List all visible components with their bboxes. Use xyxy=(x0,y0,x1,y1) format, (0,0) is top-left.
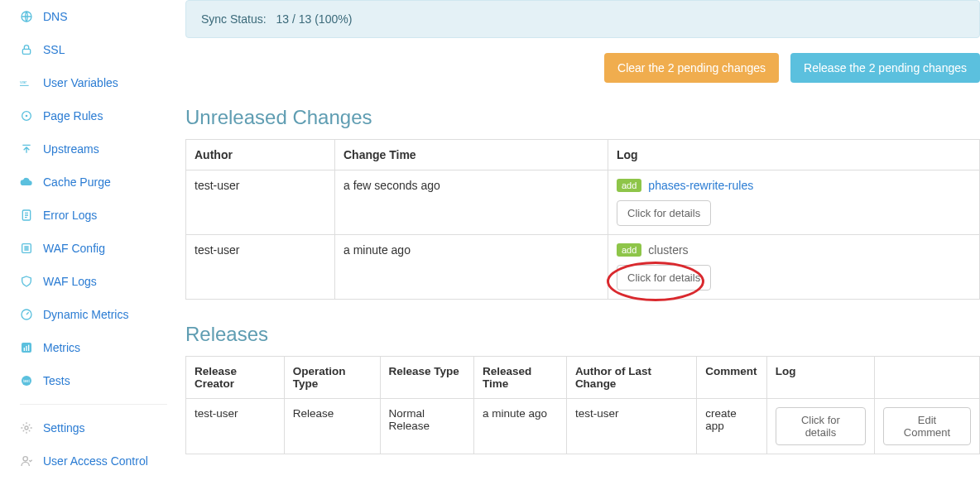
cell-comment: create app xyxy=(697,399,767,454)
cell-log: add phases-rewrite-rules Click for detai… xyxy=(608,170,980,235)
cell-author: test-user xyxy=(186,235,335,300)
chart-icon xyxy=(20,341,33,354)
col-release-creator: Release Creator xyxy=(186,357,285,399)
sidebar-item-label: User Variables xyxy=(43,76,118,89)
sync-status-bar: Sync Status: 13 / 13 (100%) xyxy=(185,0,980,38)
add-tag: add xyxy=(617,179,641,192)
cell-lastauth: test-user xyxy=(566,399,696,454)
releases-heading: Releases xyxy=(185,323,980,346)
cell-actions: Edit Comment xyxy=(875,399,980,454)
sidebar-item-label: WAF Logs xyxy=(43,275,97,288)
doc-icon xyxy=(20,209,33,222)
col-last-author: Author of Last Change xyxy=(566,357,696,399)
sidebar-item-label: SSL xyxy=(43,43,65,56)
sidebar-item-page-rules[interactable]: Page Rules xyxy=(20,99,167,132)
sidebar-item-waf-logs[interactable]: WAF Logs xyxy=(20,265,167,298)
log-text: phases-rewrite-rules xyxy=(648,179,753,192)
cell-creator: test-user xyxy=(186,399,285,454)
cell-log: Click for details xyxy=(766,399,874,454)
main-content: Sync Status: 13 / 13 (100%) Clear the 2 … xyxy=(174,0,980,485)
svg-point-5 xyxy=(26,115,26,116)
unreleased-heading: Unreleased Changes xyxy=(185,106,980,129)
sidebar-item-upstreams[interactable]: Upstreams xyxy=(20,132,167,166)
sidebar-item-label: Error Logs xyxy=(43,209,97,222)
lock-icon xyxy=(20,43,33,56)
sidebar-item-label: Tests xyxy=(43,374,70,387)
svg-text:var: var xyxy=(20,79,26,84)
sidebar-item-waf-config[interactable]: WAF Config xyxy=(20,232,167,265)
sidebar-item-label: Page Rules xyxy=(43,109,103,122)
test-icon: test xyxy=(20,374,33,387)
cell-reltime: a minute ago xyxy=(473,399,566,454)
clear-pending-button[interactable]: Clear the 2 pending changes xyxy=(604,53,779,83)
action-bar: Clear the 2 pending changes Release the … xyxy=(185,53,980,83)
list-icon xyxy=(20,242,33,255)
svg-rect-10 xyxy=(24,348,25,351)
sidebar-item-settings[interactable]: Settings xyxy=(20,411,167,444)
cell-reltype: Normal Release xyxy=(380,399,473,454)
sync-status-label: Sync Status: xyxy=(201,12,267,26)
log-text: clusters xyxy=(648,243,688,257)
sidebar-item-label: WAF Config xyxy=(43,242,105,255)
details-button[interactable]: Click for details xyxy=(617,265,711,291)
col-rel-time: Released Time xyxy=(473,357,566,399)
cell-time: a few seconds ago xyxy=(335,170,608,235)
releases-table: Release Creator Operation Type Release T… xyxy=(185,356,980,454)
target-icon xyxy=(20,109,33,122)
cell-log: add clusters Click for details xyxy=(608,235,980,300)
table-row: test-user a minute ago add clusters Clic… xyxy=(186,235,980,300)
sidebar-item-dynamic-metrics[interactable]: Dynamic Metrics xyxy=(20,298,167,331)
sidebar-item-label: Cache Purge xyxy=(43,175,111,189)
col-comment: Comment xyxy=(697,357,767,399)
add-tag: add xyxy=(617,243,641,257)
sidebar-item-label: Settings xyxy=(43,421,85,435)
table-row: test-user a few seconds ago add phases-r… xyxy=(186,170,980,235)
col-change-time: Change Time xyxy=(335,140,608,170)
svg-rect-11 xyxy=(26,346,26,351)
col-actions xyxy=(875,357,980,399)
svg-rect-12 xyxy=(28,345,29,351)
col-rel-type: Release Type xyxy=(380,357,473,399)
globe-icon xyxy=(20,10,33,23)
cell-time: a minute ago xyxy=(335,235,608,300)
sidebar-item-tests[interactable]: test Tests xyxy=(20,364,167,397)
details-button[interactable]: Click for details xyxy=(776,407,866,445)
cloud-icon xyxy=(20,175,33,189)
sidebar-item-label: Dynamic Metrics xyxy=(43,308,128,321)
sidebar-item-user-variables[interactable]: var User Variables xyxy=(20,66,167,99)
col-op-type: Operation Type xyxy=(284,357,380,399)
svg-rect-1 xyxy=(22,49,30,54)
sidebar-item-cache-purge[interactable]: Cache Purge xyxy=(20,166,167,199)
sync-status-value: 13 / 13 (100%) xyxy=(276,12,352,26)
sidebar-item-metrics[interactable]: Metrics xyxy=(20,331,167,364)
cell-optype: Release xyxy=(284,399,380,454)
sidebar: DNS SSL var User Variables Page Rules Up… xyxy=(0,0,174,485)
table-row: test-user Release Normal Release a minut… xyxy=(186,399,980,454)
var-icon: var xyxy=(20,76,33,89)
col-author: Author xyxy=(186,140,335,170)
sidebar-item-label: Metrics xyxy=(43,341,80,354)
user-icon xyxy=(20,454,33,468)
release-pending-button[interactable]: Release the 2 pending changes xyxy=(790,53,980,83)
sidebar-item-error-logs[interactable]: Error Logs xyxy=(20,199,167,232)
svg-text:test: test xyxy=(23,379,30,383)
details-button[interactable]: Click for details xyxy=(617,200,711,226)
sidebar-item-user-access-control[interactable]: User Access Control xyxy=(20,444,167,478)
sidebar-item-ssl[interactable]: SSL xyxy=(20,33,167,66)
sidebar-item-label: User Access Control xyxy=(43,454,148,468)
unreleased-table: Author Change Time Log test-user a few s… xyxy=(185,139,980,300)
gear-icon xyxy=(20,421,33,435)
sidebar-item-label: Upstreams xyxy=(43,142,99,156)
gauge-icon xyxy=(20,308,33,321)
sidebar-item-dns[interactable]: DNS xyxy=(20,0,167,33)
col-log: Log xyxy=(766,357,874,399)
sidebar-divider xyxy=(20,404,167,405)
upstream-icon xyxy=(20,142,33,156)
svg-point-16 xyxy=(23,457,27,461)
col-log: Log xyxy=(608,140,980,170)
edit-comment-button[interactable]: Edit Comment xyxy=(883,407,971,445)
sidebar-item-label: DNS xyxy=(43,10,68,23)
svg-point-15 xyxy=(25,426,28,430)
shield-icon xyxy=(20,275,33,288)
cell-author: test-user xyxy=(186,170,335,235)
